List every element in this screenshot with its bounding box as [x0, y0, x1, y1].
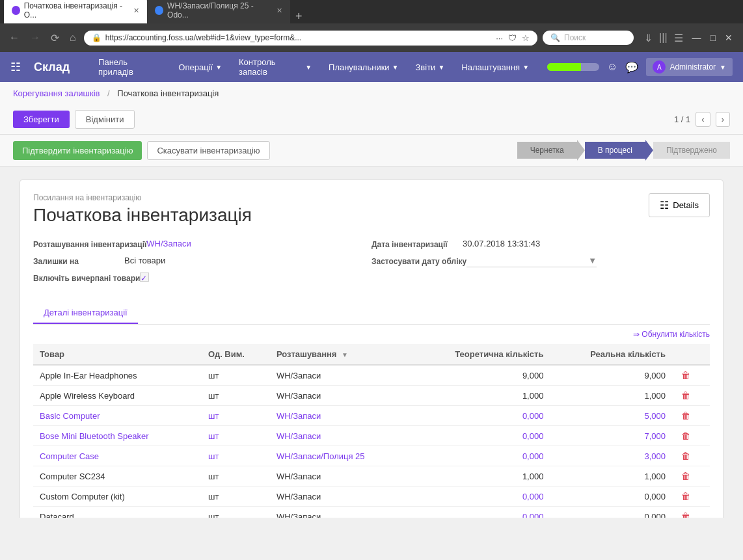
forward-button[interactable]: → [27, 31, 43, 45]
cell-real: 5,000 [550, 406, 672, 426]
tab-close-2[interactable]: ✕ [277, 7, 282, 15]
chevron-down-icon: ▼ [522, 64, 529, 71]
delete-row-button[interactable]: 🗑 [679, 471, 693, 481]
nav-dashboard[interactable]: Панель приладів [90, 52, 169, 82]
tab-favicon-1 [12, 6, 20, 15]
cell-theoretical: 0,000 [410, 406, 550, 426]
tabs-bar: Деталі інвентаризації [33, 302, 710, 325]
col-theoretical: Теоретична кількість [410, 344, 550, 365]
app-logo-text: Склад [34, 60, 70, 74]
delete-row-button[interactable]: 🗑 [679, 491, 693, 501]
details-button[interactable]: ☷ Details [649, 193, 710, 217]
cell-product[interactable]: Basic Computer [33, 406, 202, 426]
user-menu[interactable]: A Administrator ▼ [646, 58, 733, 76]
address-bar[interactable]: 🔒 https://accounting.foss.ua/web#id=1&vi… [84, 31, 537, 46]
cell-location[interactable]: WH/Запаси [270, 426, 410, 446]
cell-product: Custom Computer (kit) [33, 487, 202, 507]
address-icons: ··· 🛡 ☆ [496, 33, 530, 43]
refresh-button[interactable]: ⟳ [48, 31, 62, 46]
home-button[interactable]: ⌂ [67, 31, 79, 45]
lock-icon: 🔒 [92, 33, 101, 42]
cell-uom[interactable]: шт [202, 426, 270, 446]
cell-product: Computer SC234 [33, 466, 202, 487]
prev-page-button[interactable]: ‹ [696, 112, 710, 127]
cell-uom: шт [202, 507, 270, 518]
reset-quantity-link[interactable]: ⇒ Обнулити кількість [633, 330, 710, 339]
tab-close-1[interactable]: ✕ [133, 7, 139, 15]
cell-real: 7,000 [550, 426, 672, 446]
nav-reports[interactable]: Звіти ▼ [408, 52, 453, 82]
cell-product[interactable]: Computer Case [33, 446, 202, 466]
breadcrumb-parent[interactable]: Корегування залишків [13, 88, 100, 98]
star-icon[interactable]: ☆ [522, 33, 530, 43]
chat-icon[interactable]: 💬 [625, 61, 638, 73]
stock-value: Всі товари [124, 256, 165, 265]
contact-icon[interactable]: ☺ [607, 61, 617, 73]
nav-planners[interactable]: Планувальники ▼ [321, 52, 406, 82]
pagination: 1 / 1 ‹ › [674, 112, 730, 127]
more-icon[interactable]: ··· [496, 33, 503, 43]
tab-label-2: WH/Запаси/Полиця 25 - Odo... [167, 1, 270, 20]
confirm-inventory-button[interactable]: Підтвердити інвентаризацію [13, 141, 142, 160]
exhausted-field: Включіть вичерпані товари ✓ [33, 273, 372, 283]
workflow-arrow-2 [645, 140, 653, 161]
menu-icon[interactable]: ☰ [674, 32, 683, 44]
cell-theoretical: 0,000 [410, 446, 550, 466]
apply-date-select[interactable]: ▼ [466, 256, 597, 267]
cell-location[interactable]: WH/Запаси [270, 406, 410, 426]
save-button[interactable]: Зберегти [13, 111, 70, 128]
cell-uom[interactable]: шт [202, 406, 270, 426]
apply-date-label: Застосувати дату обліку [372, 256, 466, 266]
next-page-button[interactable]: › [716, 112, 730, 127]
location-label: Розташування інвентаризації [33, 239, 146, 249]
close-button[interactable]: ✕ [725, 33, 733, 43]
nav-settings[interactable]: Налаштування ▼ [453, 52, 537, 82]
nav-inventory-control[interactable]: Контроль запасів ▼ [231, 52, 319, 82]
cell-uom[interactable]: шт [202, 446, 270, 466]
stock-field: Залишки на Всі товари [33, 256, 372, 266]
location-value[interactable]: WH/Запаси [146, 239, 191, 248]
tab-active[interactable]: Початкова інвентаризація - О... ✕ [4, 0, 147, 23]
sort-icon[interactable]: ▼ [342, 351, 348, 358]
maximize-button[interactable]: □ [710, 33, 716, 43]
chevron-down-icon: ▼ [438, 64, 444, 71]
delete-row-button[interactable]: 🗑 [679, 451, 693, 461]
cell-location[interactable]: WH/Запаси/Полиця 25 [270, 446, 410, 466]
cell-delete: 🗑 [672, 386, 710, 406]
cell-location: WH/Запаси [270, 365, 410, 386]
bookmarks-icon[interactable]: ||| [659, 32, 667, 44]
form-fields: Розташування інвентаризації WH/Запаси За… [33, 239, 710, 289]
cell-delete: 🗑 [672, 426, 710, 446]
download-icon[interactable]: ⇓ [644, 32, 653, 44]
cell-delete: 🗑 [672, 466, 710, 487]
delete-row-button[interactable]: 🗑 [679, 390, 693, 401]
delete-row-button[interactable]: 🗑 [679, 431, 693, 441]
back-button[interactable]: ← [7, 31, 22, 45]
cell-theoretical: 1,000 [410, 466, 550, 487]
app-header: ☷ Склад Панель приладів Операції ▼ Контр… [0, 52, 743, 82]
cancel-button[interactable]: Відмінити [75, 110, 135, 129]
search-box[interactable]: 🔍 Поиск [543, 31, 634, 45]
url-text: https://accounting.foss.ua/web#id=1&view… [105, 33, 493, 42]
nav-operations[interactable]: Операції ▼ [170, 52, 230, 82]
delete-row-button[interactable]: 🗑 [679, 370, 693, 380]
page-body: ☷ Details Посилання на інвентаризацію По… [0, 167, 743, 518]
form-reference-label: Посилання на інвентаризацію [33, 193, 710, 202]
minimize-button[interactable]: — [692, 33, 701, 43]
delete-row-button[interactable]: 🗑 [679, 410, 693, 421]
cell-product[interactable]: Bose Mini Bluetooth Speaker [33, 426, 202, 446]
cell-delete: 🗑 [672, 406, 710, 426]
exhausted-value: ✓ [140, 273, 149, 282]
exhausted-checkbox[interactable]: ✓ [140, 273, 149, 282]
workflow-arrow-1 [577, 140, 585, 161]
tab-inactive[interactable]: WH/Запаси/Полиця 25 - Odo... ✕ [147, 0, 290, 23]
cancel-inventory-button[interactable]: Скасувати інвентаризацію [147, 141, 269, 160]
new-tab-button[interactable]: + [290, 10, 308, 23]
tab-inventory-details[interactable]: Деталі інвентаризації [33, 302, 138, 324]
cell-product: Datacard [33, 507, 202, 518]
cell-product: Apple Wireless Keyboard [33, 386, 202, 406]
delete-row-button[interactable]: 🗑 [679, 511, 693, 518]
form-title: Початкова інвентаризація [33, 205, 710, 226]
cell-real: 1,000 [550, 386, 672, 406]
cell-real: 0,000 [550, 507, 672, 518]
